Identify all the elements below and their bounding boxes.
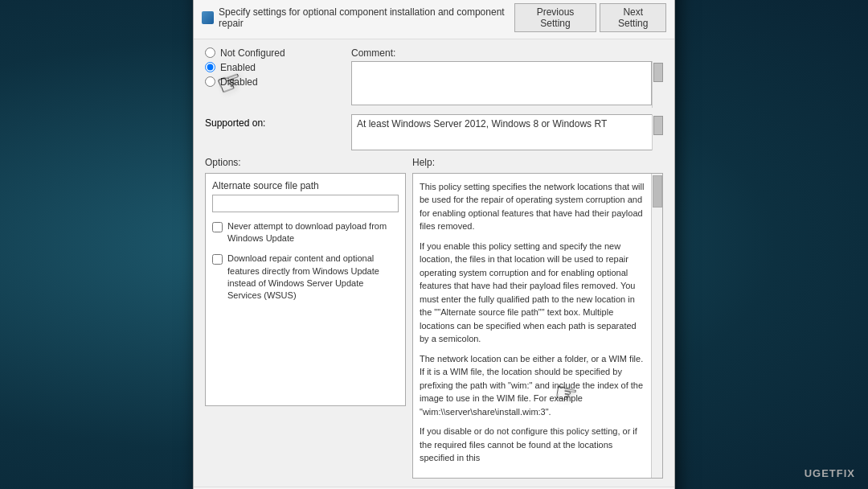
download-repair-item: Download repair content and optional fea… <box>212 253 399 302</box>
help-panel: Help: This policy setting specifies the … <box>412 157 663 479</box>
radio-group: Not Configured Enabled Disabled <box>205 47 342 108</box>
alt-source-label: Alternate source file path <box>212 180 399 191</box>
options-panel: Options: Alternate source file path Neve… <box>205 157 406 479</box>
header-buttons: Previous Setting Next Setting <box>514 3 667 32</box>
options-title: Options: <box>205 157 406 168</box>
help-p3: The network location can be either a fol… <box>420 352 648 419</box>
help-scroll-thumb <box>653 175 662 208</box>
next-setting-button[interactable]: Next Setting <box>600 3 666 32</box>
supported-on-text: At least Windows Server 2012, Windows 8 … <box>351 114 663 150</box>
comment-scroll-thumb <box>653 63 663 82</box>
header-left: Specify settings for optional component … <box>202 6 514 29</box>
supported-scroll-thumb <box>653 116 663 135</box>
policy-dialog: ⚙ Specify settings for optional componen… <box>193 0 675 489</box>
download-repair-text: Download repair content and optional fea… <box>227 253 399 302</box>
alt-source-input[interactable] <box>212 195 399 212</box>
supported-scrollbar[interactable] <box>652 114 663 150</box>
comment-scrollbar[interactable] <box>652 61 663 108</box>
comment-textarea[interactable] <box>351 61 652 105</box>
enabled-option[interactable]: Enabled <box>205 62 342 73</box>
watermark-text: UGETFIX <box>805 467 855 479</box>
previous-setting-button[interactable]: Previous Setting <box>514 3 597 32</box>
bottom-bar: OK Cancel Apply <box>194 487 674 490</box>
never-download-text: Never attempt to download payload from W… <box>227 220 399 245</box>
supported-box-wrap: At least Windows Server 2012, Windows 8 … <box>351 114 663 150</box>
two-col-section: Options: Alternate source file path Neve… <box>205 157 663 479</box>
not-configured-label: Not Configured <box>220 47 285 59</box>
comment-label: Comment: <box>351 47 663 59</box>
header-text: Specify settings for optional component … <box>219 6 514 29</box>
supported-label-container: Supported on: <box>205 114 342 129</box>
download-repair-checkbox[interactable] <box>212 254 223 265</box>
header-icon <box>202 11 214 24</box>
help-title: Help: <box>412 157 663 168</box>
never-download-item: Never attempt to download payload from W… <box>212 220 399 245</box>
never-download-checkbox[interactable] <box>212 222 223 232</box>
header-bar: Specify settings for optional component … <box>194 0 674 39</box>
disabled-option[interactable]: Disabled <box>205 76 342 88</box>
disabled-label: Disabled <box>220 76 258 88</box>
help-p2: If you enable this policy setting and sp… <box>420 240 648 346</box>
main-content: Not Configured Enabled Disabled Comment: <box>194 39 674 487</box>
options-box: Alternate source file path Never attempt… <box>205 173 406 406</box>
not-configured-radio[interactable] <box>205 47 215 58</box>
supported-section: Supported on: At least Windows Server 20… <box>205 114 663 150</box>
help-box: This policy setting specifies the networ… <box>412 173 663 479</box>
help-p1: This policy setting specifies the networ… <box>420 180 648 233</box>
help-scrollbar[interactable] <box>651 174 662 478</box>
comment-wrap <box>351 61 663 108</box>
not-configured-option[interactable]: Not Configured <box>205 47 342 59</box>
enabled-label: Enabled <box>220 62 256 73</box>
enabled-radio[interactable] <box>205 62 215 72</box>
comment-area: Comment: <box>351 47 663 108</box>
supported-on-label: Supported on: <box>205 117 265 129</box>
disabled-radio[interactable] <box>205 76 215 87</box>
help-p4: If you disable or do not configure this … <box>420 425 648 465</box>
